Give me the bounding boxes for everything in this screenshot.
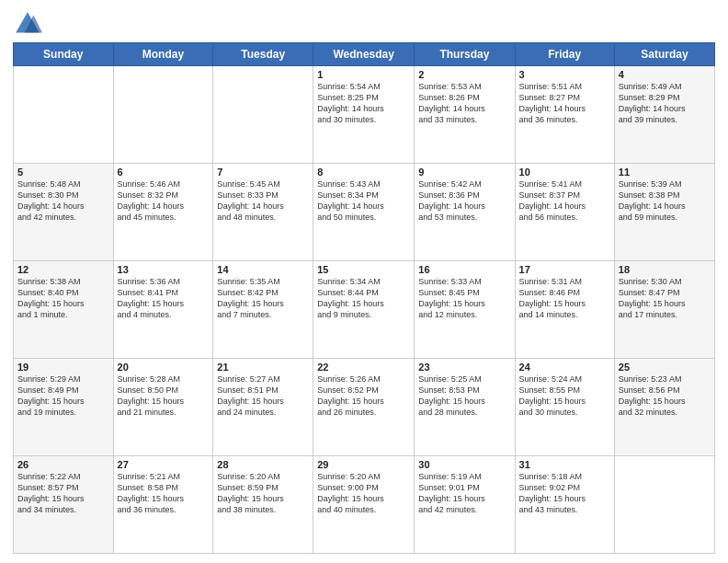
day-number: 7 <box>217 167 309 178</box>
day-number: 30 <box>418 459 510 470</box>
day-info: Sunrise: 5:38 AM Sunset: 8:40 PM Dayligh… <box>17 276 109 321</box>
calendar-week-1: 1Sunrise: 5:54 AM Sunset: 8:25 PM Daylig… <box>14 66 715 164</box>
day-info: Sunrise: 5:18 AM Sunset: 9:02 PM Dayligh… <box>519 471 610 516</box>
logo <box>13 9 46 39</box>
calendar-week-3: 12Sunrise: 5:38 AM Sunset: 8:40 PM Dayli… <box>14 261 715 359</box>
day-number: 2 <box>418 69 510 80</box>
day-info: Sunrise: 5:21 AM Sunset: 8:58 PM Dayligh… <box>118 471 210 516</box>
day-number: 26 <box>17 459 109 470</box>
day-info: Sunrise: 5:35 AM Sunset: 8:42 PM Dayligh… <box>217 276 309 321</box>
day-number: 1 <box>317 69 410 80</box>
calendar-cell <box>614 456 714 554</box>
day-info: Sunrise: 5:24 AM Sunset: 8:55 PM Dayligh… <box>519 373 610 419</box>
day-info: Sunrise: 5:45 AM Sunset: 8:33 PM Dayligh… <box>217 178 309 224</box>
weekday-header-tuesday: Tuesday <box>213 43 313 66</box>
calendar-week-4: 19Sunrise: 5:29 AM Sunset: 8:49 PM Dayli… <box>14 359 715 456</box>
calendar-cell: 28Sunrise: 5:20 AM Sunset: 8:59 PM Dayli… <box>213 456 313 554</box>
calendar-cell: 3Sunrise: 5:51 AM Sunset: 8:27 PM Daylig… <box>515 66 614 164</box>
day-number: 16 <box>418 264 510 275</box>
calendar-cell: 25Sunrise: 5:23 AM Sunset: 8:56 PM Dayli… <box>614 359 714 456</box>
weekday-header-sunday: Sunday <box>14 43 114 66</box>
day-info: Sunrise: 5:23 AM Sunset: 8:56 PM Dayligh… <box>619 373 711 419</box>
day-number: 21 <box>217 362 309 373</box>
calendar-cell: 29Sunrise: 5:20 AM Sunset: 9:00 PM Dayli… <box>313 456 415 554</box>
calendar-cell: 5Sunrise: 5:48 AM Sunset: 8:30 PM Daylig… <box>14 164 114 261</box>
day-info: Sunrise: 5:49 AM Sunset: 8:29 PM Dayligh… <box>619 81 711 126</box>
calendar-cell: 27Sunrise: 5:21 AM Sunset: 8:58 PM Dayli… <box>113 456 213 554</box>
calendar-table: SundayMondayTuesdayWednesdayThursdayFrid… <box>13 42 715 554</box>
logo-icon <box>13 9 42 39</box>
calendar-week-5: 26Sunrise: 5:22 AM Sunset: 8:57 PM Dayli… <box>14 456 715 554</box>
calendar-cell: 6Sunrise: 5:46 AM Sunset: 8:32 PM Daylig… <box>113 164 213 261</box>
calendar-cell: 20Sunrise: 5:28 AM Sunset: 8:50 PM Dayli… <box>113 359 213 456</box>
calendar-cell: 31Sunrise: 5:18 AM Sunset: 9:02 PM Dayli… <box>515 456 614 554</box>
header <box>13 9 715 39</box>
calendar-cell: 24Sunrise: 5:24 AM Sunset: 8:55 PM Dayli… <box>515 359 614 456</box>
day-info: Sunrise: 5:46 AM Sunset: 8:32 PM Dayligh… <box>118 178 210 224</box>
day-number: 19 <box>17 362 109 373</box>
weekday-header-friday: Friday <box>515 43 614 66</box>
day-number: 22 <box>317 362 410 373</box>
calendar-cell: 9Sunrise: 5:42 AM Sunset: 8:36 PM Daylig… <box>415 164 515 261</box>
calendar-cell: 22Sunrise: 5:26 AM Sunset: 8:52 PM Dayli… <box>313 359 415 456</box>
day-info: Sunrise: 5:27 AM Sunset: 8:51 PM Dayligh… <box>217 373 309 419</box>
day-number: 29 <box>317 459 410 470</box>
day-number: 28 <box>217 459 309 470</box>
day-number: 8 <box>317 167 410 178</box>
day-number: 27 <box>118 459 210 470</box>
calendar-cell: 26Sunrise: 5:22 AM Sunset: 8:57 PM Dayli… <box>14 456 114 554</box>
calendar-week-2: 5Sunrise: 5:48 AM Sunset: 8:30 PM Daylig… <box>14 164 715 261</box>
day-info: Sunrise: 5:51 AM Sunset: 8:27 PM Dayligh… <box>519 81 610 126</box>
day-info: Sunrise: 5:28 AM Sunset: 8:50 PM Dayligh… <box>118 373 210 419</box>
day-info: Sunrise: 5:30 AM Sunset: 8:47 PM Dayligh… <box>619 276 711 321</box>
day-info: Sunrise: 5:33 AM Sunset: 8:45 PM Dayligh… <box>418 276 510 321</box>
weekday-header-saturday: Saturday <box>614 43 714 66</box>
day-info: Sunrise: 5:42 AM Sunset: 8:36 PM Dayligh… <box>418 178 510 224</box>
calendar-cell <box>14 66 114 164</box>
calendar-cell: 12Sunrise: 5:38 AM Sunset: 8:40 PM Dayli… <box>14 261 114 359</box>
calendar-cell: 19Sunrise: 5:29 AM Sunset: 8:49 PM Dayli… <box>14 359 114 456</box>
day-info: Sunrise: 5:31 AM Sunset: 8:46 PM Dayligh… <box>519 276 610 321</box>
day-info: Sunrise: 5:20 AM Sunset: 9:00 PM Dayligh… <box>317 471 410 516</box>
calendar-cell: 18Sunrise: 5:30 AM Sunset: 8:47 PM Dayli… <box>614 261 714 359</box>
day-number: 9 <box>418 167 510 178</box>
day-info: Sunrise: 5:41 AM Sunset: 8:37 PM Dayligh… <box>519 178 610 224</box>
calendar-cell: 17Sunrise: 5:31 AM Sunset: 8:46 PM Dayli… <box>515 261 614 359</box>
calendar-cell <box>213 66 313 164</box>
day-number: 4 <box>619 69 711 80</box>
day-number: 13 <box>118 264 210 275</box>
day-number: 5 <box>17 167 109 178</box>
day-info: Sunrise: 5:36 AM Sunset: 8:41 PM Dayligh… <box>118 276 210 321</box>
calendar-cell: 7Sunrise: 5:45 AM Sunset: 8:33 PM Daylig… <box>213 164 313 261</box>
day-number: 6 <box>118 167 210 178</box>
calendar-cell: 16Sunrise: 5:33 AM Sunset: 8:45 PM Dayli… <box>415 261 515 359</box>
weekday-header-wednesday: Wednesday <box>313 43 415 66</box>
calendar-cell: 15Sunrise: 5:34 AM Sunset: 8:44 PM Dayli… <box>313 261 415 359</box>
day-number: 14 <box>217 264 309 275</box>
day-number: 23 <box>418 362 510 373</box>
calendar-cell: 30Sunrise: 5:19 AM Sunset: 9:01 PM Dayli… <box>415 456 515 554</box>
day-info: Sunrise: 5:48 AM Sunset: 8:30 PM Dayligh… <box>17 178 109 224</box>
day-info: Sunrise: 5:39 AM Sunset: 8:38 PM Dayligh… <box>619 178 711 224</box>
day-number: 12 <box>17 264 109 275</box>
day-info: Sunrise: 5:53 AM Sunset: 8:26 PM Dayligh… <box>418 81 510 126</box>
day-number: 3 <box>519 69 610 80</box>
day-info: Sunrise: 5:20 AM Sunset: 8:59 PM Dayligh… <box>217 471 309 516</box>
weekday-header-thursday: Thursday <box>415 43 515 66</box>
page: SundayMondayTuesdayWednesdayThursdayFrid… <box>0 0 728 563</box>
weekday-header-row: SundayMondayTuesdayWednesdayThursdayFrid… <box>14 43 715 66</box>
day-number: 10 <box>519 167 610 178</box>
calendar-cell: 23Sunrise: 5:25 AM Sunset: 8:53 PM Dayli… <box>415 359 515 456</box>
day-info: Sunrise: 5:19 AM Sunset: 9:01 PM Dayligh… <box>418 471 510 516</box>
day-number: 31 <box>519 459 610 470</box>
day-number: 20 <box>118 362 210 373</box>
day-number: 24 <box>519 362 610 373</box>
calendar-cell: 21Sunrise: 5:27 AM Sunset: 8:51 PM Dayli… <box>213 359 313 456</box>
day-number: 11 <box>619 167 711 178</box>
day-info: Sunrise: 5:43 AM Sunset: 8:34 PM Dayligh… <box>317 178 410 224</box>
day-number: 17 <box>519 264 610 275</box>
weekday-header-monday: Monday <box>113 43 213 66</box>
day-number: 25 <box>619 362 711 373</box>
day-info: Sunrise: 5:34 AM Sunset: 8:44 PM Dayligh… <box>317 276 410 321</box>
calendar-cell: 8Sunrise: 5:43 AM Sunset: 8:34 PM Daylig… <box>313 164 415 261</box>
